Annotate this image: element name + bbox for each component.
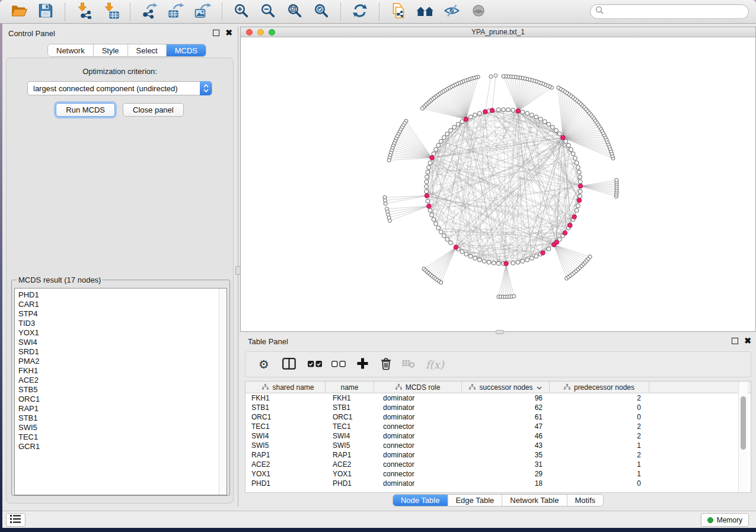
table-toolbar: ⚙ f(x): [245, 351, 751, 377]
list-item[interactable]: GCR1: [18, 442, 227, 451]
horizontal-splitter-handle[interactable]: [496, 330, 504, 334]
list-item[interactable]: ORC1: [18, 395, 227, 404]
tab-network-table[interactable]: Network Table: [502, 495, 567, 506]
mcds-panel: Optimization criterion: largest connecte…: [6, 57, 234, 504]
table-settings-button[interactable]: ⚙: [259, 358, 269, 370]
close-panel-button[interactable]: Close panel: [123, 103, 184, 117]
list-item[interactable]: ACE2: [18, 376, 227, 385]
column-header-predecessor-nodes[interactable]: predecessor nodes: [550, 382, 649, 393]
open-file-button[interactable]: [7, 2, 31, 21]
select-all-button[interactable]: [308, 360, 322, 369]
float-panel-icon[interactable]: [213, 30, 219, 36]
zoom-fit-button[interactable]: [283, 2, 307, 21]
list-item[interactable]: STB5: [18, 385, 227, 395]
import-network-button[interactable]: [72, 2, 96, 21]
network-title: YPA_prune.txt_1: [241, 28, 755, 36]
float-panel-icon[interactable]: [732, 338, 738, 344]
task-history-button[interactable]: [6, 513, 25, 527]
close-panel-icon[interactable]: ✖: [225, 30, 232, 36]
zoom-out-button[interactable]: [256, 2, 280, 21]
search-input[interactable]: [604, 7, 748, 16]
list-item[interactable]: STB1: [18, 414, 227, 423]
list-item[interactable]: TEC1: [18, 432, 227, 442]
list-item[interactable]: STP4: [18, 309, 227, 319]
table-row[interactable]: FKH1FKH1dominator962: [245, 393, 751, 403]
list-item[interactable]: SWI4: [18, 338, 227, 347]
first-neighbors-button[interactable]: [413, 2, 437, 21]
toolbar-separator: [130, 3, 130, 21]
zoom-in-icon: [234, 3, 249, 20]
close-panel-icon[interactable]: ✖: [744, 338, 751, 344]
add-row-button[interactable]: [356, 357, 369, 371]
list-item[interactable]: SWI5: [18, 423, 227, 432]
criterion-dropdown[interactable]: largest connected component (undirected): [27, 81, 212, 95]
zoom-in-button[interactable]: [229, 2, 253, 21]
clone-network-button[interactable]: [387, 2, 410, 21]
table-row[interactable]: YOX1YOX1connector291: [245, 469, 751, 479]
list-item[interactable]: CAR1: [18, 300, 227, 309]
export-image-button[interactable]: [191, 2, 215, 21]
table-row[interactable]: ACE2ACE2connector311: [245, 460, 751, 469]
table-row[interactable]: TEC1TEC1connector472: [245, 422, 751, 431]
list-item[interactable]: PHD1: [18, 290, 227, 300]
run-mcds-button[interactable]: Run MCDS: [56, 103, 115, 117]
table-row[interactable]: RAP1RAP1dominator352: [245, 450, 751, 460]
export-table-button[interactable]: [164, 2, 188, 21]
table-row[interactable]: ORC1ORC1dominator610: [245, 412, 751, 422]
column-header-mcds-role[interactable]: MCDS role: [374, 382, 462, 393]
table-row[interactable]: STB1STB1dominator620: [245, 403, 751, 412]
gear-icon: ⚙: [259, 358, 269, 370]
export-network-icon: [141, 2, 158, 21]
hierarchy-icon: [262, 383, 269, 392]
network-window: YPA_prune.txt_1: [240, 27, 756, 332]
list-item[interactable]: FKH1: [18, 366, 227, 376]
column-header-name[interactable]: name: [326, 382, 374, 393]
delete-table-icon: [402, 358, 415, 370]
memory-status-icon: [707, 517, 713, 523]
tab-node-table[interactable]: Node Table: [393, 495, 448, 506]
deselect-all-button[interactable]: [331, 360, 346, 369]
column-header-successor-nodes[interactable]: successor nodes: [462, 382, 550, 393]
list-item[interactable]: PMA2: [18, 357, 227, 366]
hierarchy-icon: [564, 383, 570, 392]
list-scrollbar[interactable]: [219, 289, 227, 495]
network-titlebar[interactable]: YPA_prune.txt_1: [241, 27, 755, 37]
tab-style[interactable]: Style: [94, 44, 128, 56]
hierarchy-icon: [395, 383, 402, 392]
column-header-shared-name[interactable]: shared name: [245, 382, 326, 393]
table-row[interactable]: PHD1PHD1dominator180: [245, 479, 751, 488]
save-session-button[interactable]: [34, 2, 58, 21]
refresh-layout-button[interactable]: [348, 2, 372, 21]
memory-button[interactable]: Memory: [701, 513, 749, 527]
list-item[interactable]: YOX1: [18, 328, 227, 338]
network-graph[interactable]: [241, 37, 755, 331]
import-table-button[interactable]: [99, 2, 123, 21]
control-panel-header: Control Panel ✖: [2, 27, 237, 41]
table-row[interactable]: SWI5SWI5connector431: [245, 441, 751, 450]
tab-edge-table[interactable]: Edge Table: [448, 495, 502, 506]
list-item[interactable]: RAP1: [18, 404, 227, 414]
tab-network[interactable]: Network: [48, 44, 94, 56]
table-row[interactable]: SWI4SWI4dominator462: [245, 431, 751, 441]
list-item[interactable]: TID3: [18, 319, 227, 328]
export-network-button[interactable]: [138, 2, 161, 21]
list-item[interactable]: SRD1: [18, 347, 227, 357]
delete-table-button[interactable]: [402, 358, 415, 370]
tab-motifs[interactable]: Motifs: [567, 495, 603, 506]
hide-selected-button[interactable]: [440, 2, 464, 21]
control-panel-tabbar: Network Style Select MCDS: [47, 44, 206, 57]
tab-mcds[interactable]: MCDS: [167, 44, 206, 56]
table-scrollbar[interactable]: [738, 382, 748, 492]
network-canvas[interactable]: [241, 37, 755, 331]
zoom-selected-button[interactable]: [310, 2, 333, 21]
zoom-fit-icon: [287, 3, 302, 20]
eye-slash-icon: [444, 3, 460, 20]
show-all-button[interactable]: [467, 2, 490, 21]
sort-descending-icon: [537, 383, 542, 392]
export-table-icon: [167, 2, 185, 21]
show-columns-button[interactable]: [282, 358, 296, 371]
delete-row-button[interactable]: [379, 357, 393, 372]
tab-select[interactable]: Select: [128, 44, 167, 56]
table-scrollbar-thumb[interactable]: [741, 396, 746, 450]
function-builder-icon[interactable]: f(x): [426, 358, 444, 371]
